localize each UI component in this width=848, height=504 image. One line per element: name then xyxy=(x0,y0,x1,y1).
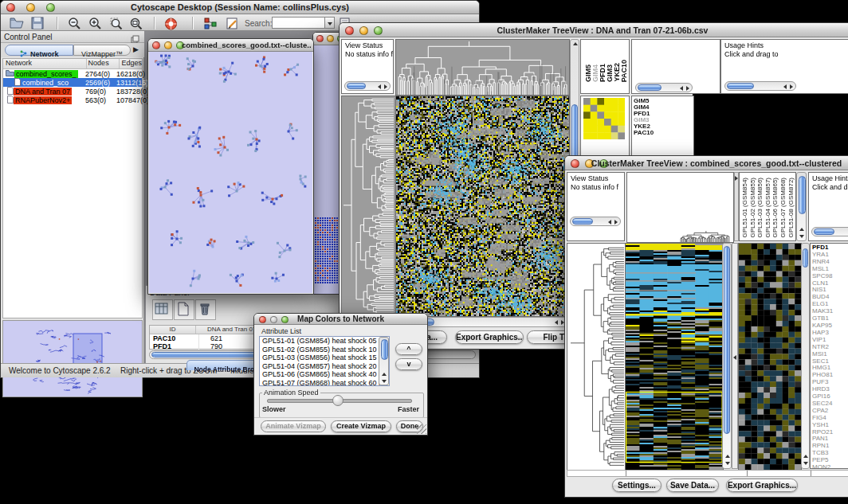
scroll-right-arrow[interactable] xyxy=(384,84,387,89)
tab-overflow-arrow[interactable]: ▶ xyxy=(133,45,139,53)
resize-grip[interactable] xyxy=(417,424,426,434)
help-lifering-icon[interactable] xyxy=(163,17,179,31)
tab-network[interactable]: Network xyxy=(5,45,73,56)
zoom-fit-icon[interactable] xyxy=(129,17,145,31)
column-label[interactable]: PAC10 xyxy=(620,60,628,82)
scroll-up-arrow[interactable] xyxy=(799,228,804,231)
attribute-list-item[interactable]: GPL51-02 (GSM855) heat shock 10 min xyxy=(260,346,389,354)
scroll-thumb[interactable] xyxy=(799,176,806,214)
scroll-left-arrow[interactable] xyxy=(783,84,787,89)
export-graphics-button[interactable]: Export Graphics... xyxy=(726,479,798,492)
move-up-button[interactable]: ^ xyxy=(395,343,422,355)
column-label[interactable]: GPL51-04 (GSM857) xyxy=(764,178,771,238)
scroll-thumb[interactable] xyxy=(347,83,366,89)
scroll-down-arrow[interactable] xyxy=(725,462,730,465)
gene-label[interactable]: MON2 xyxy=(811,464,848,469)
attribute-select-icon[interactable] xyxy=(152,299,173,320)
close-button[interactable] xyxy=(152,41,160,49)
scroll-left-arrow[interactable] xyxy=(680,86,683,91)
network-view-titlebar[interactable]: combined_scores_good.txt--cluste... xyxy=(148,39,313,52)
scroll-thumb[interactable] xyxy=(638,84,662,91)
scroll-down-arrow[interactable] xyxy=(803,462,808,465)
treeview2-column-dendrogram[interactable] xyxy=(626,172,734,243)
col-nodes[interactable]: Nodes xyxy=(87,59,120,68)
attribute-list-item[interactable]: GPL51-06 (GSM865) heat shock 40 min xyxy=(260,370,389,379)
zoom-out-icon[interactable] xyxy=(68,17,84,31)
column-label[interactable]: GPL51-01 (GSM854) xyxy=(741,178,748,238)
scroll-up-arrow[interactable] xyxy=(573,42,578,45)
search-input[interactable] xyxy=(272,17,326,29)
scroll-left-arrow[interactable] xyxy=(378,84,381,89)
network-list-row[interactable]: RNAPuberNov2+563(0)107847(0) xyxy=(3,96,142,104)
vizmap-nodes-icon[interactable] xyxy=(203,17,219,31)
treeview2-heatmap[interactable] xyxy=(625,243,724,471)
settings-button[interactable]: Settings... xyxy=(612,479,662,492)
treeview1-heatmap[interactable] xyxy=(395,96,570,317)
minimize-button[interactable] xyxy=(164,41,172,49)
treeview2-zoom-view[interactable] xyxy=(738,243,802,471)
col-edges[interactable]: Edges xyxy=(120,59,142,68)
scroll-thumb[interactable] xyxy=(571,104,578,162)
close-button[interactable] xyxy=(316,35,324,42)
treeview2-divider-strip2[interactable] xyxy=(732,243,738,469)
open-file-icon[interactable] xyxy=(10,17,26,31)
move-down-button[interactable]: v xyxy=(395,358,422,370)
scroll-left-arrow[interactable] xyxy=(555,320,558,325)
minimize-button[interactable] xyxy=(327,35,334,42)
strip-arrow[interactable] xyxy=(735,176,738,181)
save-icon[interactable] xyxy=(31,17,47,31)
column-label[interactable]: GPL51-02 (GSM855) xyxy=(749,178,756,238)
column-label[interactable]: GPL51-07 (GSM868) xyxy=(779,178,787,238)
network-list-row[interactable]: DNA and Tran 07769(0)183728(0) xyxy=(3,87,142,96)
column-label[interactable]: GPL51-03 (GSM856) xyxy=(756,178,764,238)
annotation-icon[interactable] xyxy=(226,17,241,31)
scroll-right-arrow[interactable] xyxy=(686,86,689,91)
scroll-thumb[interactable] xyxy=(814,229,834,235)
scroll-right-arrow[interactable] xyxy=(614,220,618,225)
gene-label[interactable]: PAC10 xyxy=(632,130,693,136)
treeview1-row-dendrogram[interactable] xyxy=(341,96,396,317)
delete-attribute-icon[interactable] xyxy=(195,299,216,320)
scroll-left-arrow[interactable] xyxy=(608,220,611,225)
attribute-list-item[interactable]: GPL51-04 (GSM857) heat shock 20 min xyxy=(260,362,389,371)
scroll-up-arrow[interactable] xyxy=(803,455,808,458)
scroll-thumb[interactable] xyxy=(381,339,388,360)
network-list-row[interactable]: combined_scores_2764(0)16218(0) xyxy=(3,69,142,78)
scroll-thumb[interactable] xyxy=(727,83,754,89)
col-network[interactable]: Network xyxy=(3,59,87,68)
animation-slider-thumb[interactable] xyxy=(332,395,344,406)
treeview1-column-dendrogram[interactable] xyxy=(395,39,570,96)
scroll-down-arrow[interactable] xyxy=(382,380,387,383)
scroll-thumb[interactable] xyxy=(572,218,593,225)
scroll-up-arrow[interactable] xyxy=(725,455,730,458)
scroll-right-arrow[interactable] xyxy=(790,84,793,89)
data-col-id[interactable]: ID xyxy=(150,326,196,334)
dialog-titlebar[interactable]: Map Colors to Network xyxy=(254,314,427,325)
treeview2-titlebar[interactable]: ClusterMaker TreeView : combined_scores_… xyxy=(565,156,848,170)
tab-vizmapper[interactable]: VizMapper™ xyxy=(73,45,131,56)
scroll-thumb[interactable] xyxy=(803,248,808,268)
export-graphics-button[interactable]: Export Graphics... xyxy=(455,330,524,344)
scroll-down-arrow[interactable] xyxy=(799,235,804,238)
column-label[interactable]: GPL51-06 (GSM865) xyxy=(771,178,779,238)
attribute-list-item[interactable]: GPL51-07 (GSM868) heat shock 60 min xyxy=(260,379,389,387)
attribute-list-item[interactable]: GPL51-03 (GSM856) heat shock 15 min xyxy=(260,354,389,362)
attribute-list-item[interactable]: GPL51-01 (GSM854) heat shock 05 min xyxy=(260,337,389,346)
network-overview[interactable] xyxy=(2,320,143,397)
search-dropdown[interactable] xyxy=(324,17,335,29)
animate-vizmap-button[interactable]: Animate Vizmap xyxy=(261,420,326,432)
treeview1-titlebar[interactable]: ClusterMaker TreeView : DNA and Tran 07-… xyxy=(340,23,848,37)
save-data-button[interactable]: Save Data... xyxy=(666,479,719,492)
zoom-selected-icon[interactable] xyxy=(109,17,125,31)
zoom-matrix[interactable] xyxy=(583,98,625,139)
network-graph-canvas[interactable] xyxy=(149,52,312,293)
main-titlebar[interactable]: Cytoscape Desktop (Session Name: collins… xyxy=(1,1,479,14)
create-vizmap-button[interactable]: Create Vizmap xyxy=(331,420,391,432)
zoom-in-icon[interactable] xyxy=(88,17,104,31)
new-attribute-icon[interactable] xyxy=(174,299,194,320)
network-list-row[interactable]: combined_sco2569(6)13112(15) xyxy=(3,78,142,87)
scroll-thumb[interactable] xyxy=(724,246,730,434)
treeview2-row-dendrogram[interactable] xyxy=(567,243,626,471)
scroll-up-arrow[interactable] xyxy=(382,373,387,376)
column-label[interactable]: GPL51-08 (GSM872) xyxy=(787,178,795,238)
